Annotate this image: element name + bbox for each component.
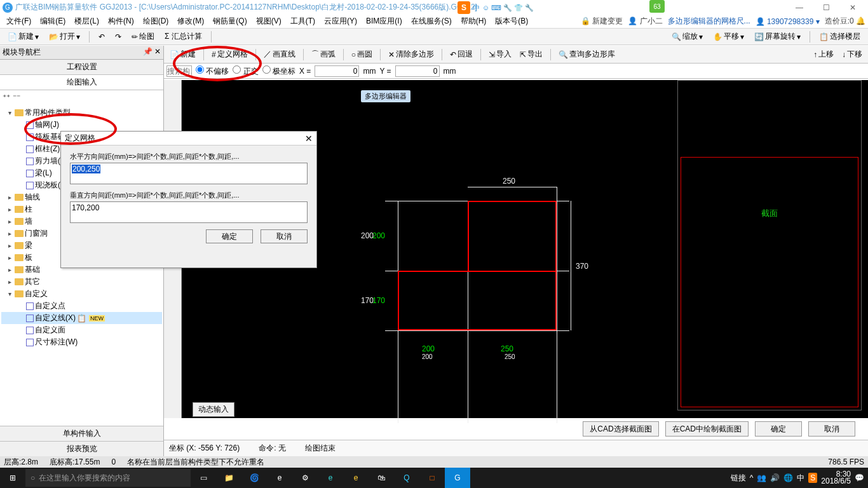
y-input[interactable] bbox=[395, 65, 440, 77]
store-icon[interactable]: 🛍 bbox=[369, 468, 394, 488]
section-cancel-button[interactable]: 取消 bbox=[808, 421, 855, 437]
ie-icon[interactable]: e bbox=[343, 468, 369, 488]
menu-help[interactable]: 帮助(H) bbox=[457, 15, 491, 28]
tray-net-icon[interactable]: 🌐 bbox=[783, 473, 793, 482]
dialog-cancel-button[interactable]: 取消 bbox=[261, 229, 308, 243]
office-icon[interactable]: □ bbox=[419, 468, 445, 488]
nav-header: 模块导航栏 bbox=[3, 47, 41, 58]
tray-clock[interactable]: 8:302018/6/5 bbox=[821, 471, 851, 485]
tab-project-settings[interactable]: 工程设置 bbox=[0, 60, 163, 75]
tree-item[interactable]: 尺寸标注(W) bbox=[1, 336, 162, 348]
poly-clear-button[interactable]: ✕ 清除多边形 bbox=[385, 48, 437, 61]
tray-notif-icon[interactable]: 💬 bbox=[855, 473, 864, 482]
poly-circle-button[interactable]: ○ 画圆 bbox=[348, 48, 376, 61]
polar-radio[interactable]: 极坐标 bbox=[262, 65, 295, 77]
ime-toolbar: S 中 ☺ ⌨ 🔧 👕 🔧 bbox=[458, 1, 534, 14]
offset-radio[interactable]: 不偏移 bbox=[196, 65, 229, 77]
move-up-button[interactable]: ↑ 上移 bbox=[810, 48, 837, 61]
x-input[interactable] bbox=[315, 65, 359, 77]
draw-button[interactable]: ✏ 绘图 bbox=[128, 30, 158, 43]
tray-sogou-icon[interactable]: S bbox=[808, 473, 817, 483]
menu-cloud[interactable]: 云应用(Y) bbox=[320, 15, 361, 28]
dialog-close-icon[interactable]: ✕ bbox=[305, 133, 313, 144]
rotate-button[interactable]: 🔄 屏幕旋转 ▾ bbox=[750, 30, 804, 43]
tray-people-icon[interactable]: 👥 bbox=[757, 473, 766, 482]
maximize-button[interactable]: ☐ bbox=[813, 1, 839, 15]
tab-report[interactable]: 报表预览 bbox=[0, 441, 163, 456]
tree-item[interactable]: 自定义线(X)📋NEW bbox=[1, 312, 162, 324]
sum-button[interactable]: Σ 汇总计算 bbox=[161, 30, 206, 43]
menu-online[interactable]: 在线服务(S) bbox=[407, 15, 456, 28]
menu-rebar[interactable]: 钢筋量(Q) bbox=[209, 15, 250, 28]
redo-button[interactable]: ↷ bbox=[111, 31, 125, 43]
menu-version[interactable]: 版本号(B) bbox=[491, 15, 532, 28]
nav-pin[interactable]: 📌 ✕ bbox=[143, 47, 161, 58]
menu-edit[interactable]: 编辑(E) bbox=[36, 15, 69, 28]
pan-button[interactable]: ✋ 平移 ▾ bbox=[709, 30, 748, 43]
menu-view[interactable]: 视图(V) bbox=[252, 15, 285, 28]
phone-label[interactable]: 👤 13907298339 ▾ bbox=[756, 17, 820, 26]
dynamic-input-toggle[interactable]: 动态输入 bbox=[193, 402, 234, 417]
app1-icon[interactable]: 🌀 bbox=[241, 468, 267, 488]
tray-volume-icon[interactable]: 🔊 bbox=[770, 473, 780, 482]
qq-icon[interactable]: Q bbox=[394, 468, 419, 488]
task-view-icon[interactable]: ▭ bbox=[191, 468, 216, 488]
windows-taskbar: ⊞ ○ 在这里输入你要搜索的内容 ▭ 📁 🌀 e ⚙ e e 🛍 Q □ G 链… bbox=[0, 468, 868, 488]
tray-up-icon[interactable]: ^ bbox=[750, 473, 754, 482]
new-change-button[interactable]: 🔒 新建变更 bbox=[581, 16, 623, 27]
undo-button[interactable]: ↶ bbox=[95, 31, 109, 43]
poly-back-button[interactable]: ↶ 回退 bbox=[447, 48, 476, 61]
poly-grid-button[interactable]: # 定义网格 bbox=[208, 48, 251, 61]
minimize-button[interactable]: — bbox=[787, 1, 812, 15]
poly-line-button[interactable]: ／ 画直线 bbox=[261, 48, 299, 61]
edge2-icon[interactable]: e bbox=[318, 468, 343, 488]
poly-new-button[interactable]: 📄 新建 bbox=[166, 48, 199, 61]
h-spacing-input[interactable]: 200,250 bbox=[70, 163, 308, 184]
app2-icon[interactable]: ⚙ bbox=[292, 468, 318, 488]
tree-collapse-icon[interactable]: ⁻⁻ bbox=[13, 93, 20, 102]
tree-expand-icon[interactable]: ⁺⁺ bbox=[3, 93, 10, 102]
poly-query-button[interactable]: 🔍 查询多边形库 bbox=[555, 48, 618, 61]
zoom-button[interactable]: 🔍 缩放 ▾ bbox=[668, 30, 707, 43]
menu-member[interactable]: 构件(N) bbox=[104, 15, 138, 28]
menu-floor[interactable]: 楼层(L) bbox=[71, 15, 103, 28]
coin-label[interactable]: 造价豆:0 🔔 bbox=[825, 16, 865, 27]
ortho-radio[interactable]: 正交 bbox=[233, 65, 258, 77]
edge-icon[interactable]: e bbox=[267, 468, 292, 488]
sogou-icon[interactable]: S bbox=[458, 1, 470, 14]
component-search[interactable] bbox=[166, 65, 192, 77]
v-spacing-input[interactable]: 170,200 bbox=[70, 201, 308, 223]
from-cad-button[interactable]: 从CAD选择截面图 bbox=[583, 421, 658, 437]
user-label[interactable]: 👤 广小二 bbox=[628, 16, 662, 27]
tree-item[interactable]: 自定义面 bbox=[1, 324, 162, 336]
poly-import-button[interactable]: ⇲ 导入 bbox=[485, 48, 515, 61]
new-button[interactable]: 📄 新建 ▾ bbox=[4, 30, 43, 43]
start-button[interactable]: ⊞ bbox=[0, 473, 25, 482]
explorer-icon[interactable]: 📁 bbox=[216, 468, 241, 488]
menu-draw[interactable]: 绘图(D) bbox=[139, 15, 173, 28]
select-floor-button[interactable]: 📋 选择楼层 bbox=[815, 30, 864, 43]
running-app-icon[interactable]: G bbox=[445, 468, 470, 488]
tab-draw-input[interactable]: 绘图输入 bbox=[0, 75, 163, 90]
dialog-ok-button[interactable]: 确定 bbox=[206, 229, 253, 243]
tree-item[interactable]: ▸ 其它 bbox=[1, 276, 162, 288]
tab-single-input[interactable]: 单构件输入 bbox=[0, 426, 163, 441]
menu-bim[interactable]: BIM应用(I) bbox=[362, 15, 406, 28]
menu-tools[interactable]: 工具(T) bbox=[287, 15, 319, 28]
draw-in-cad-button[interactable]: 在CAD中绘制截面图 bbox=[665, 421, 749, 437]
tree-item[interactable]: 轴网(J) bbox=[1, 119, 162, 131]
tray-ime-icon[interactable]: 中 bbox=[797, 473, 804, 484]
name-warning: 名称在当前层当前构件类型下不允许重名 bbox=[127, 457, 264, 468]
move-down-button[interactable]: ↓ 下移 bbox=[839, 48, 865, 61]
menu-file[interactable]: 文件(F) bbox=[3, 15, 35, 28]
tree-item[interactable]: ▾ 自定义 bbox=[1, 288, 162, 300]
menu-modify[interactable]: 修改(M) bbox=[173, 15, 208, 28]
section-ok-button[interactable]: 确定 bbox=[755, 421, 802, 437]
poly-arc-button[interactable]: ⌒ 画弧 bbox=[308, 48, 339, 61]
close-button[interactable]: ✕ bbox=[840, 1, 865, 15]
taskbar-search[interactable]: ○ 在这里输入你要搜索的内容 bbox=[25, 469, 191, 487]
tree-item[interactable]: 自定义点 bbox=[1, 300, 162, 312]
tree-item[interactable]: ▾ 常用构件类型 bbox=[1, 107, 162, 119]
open-button[interactable]: 📂 打开 ▾ bbox=[45, 30, 84, 43]
poly-export-button[interactable]: ⇱ 导出 bbox=[517, 48, 546, 61]
